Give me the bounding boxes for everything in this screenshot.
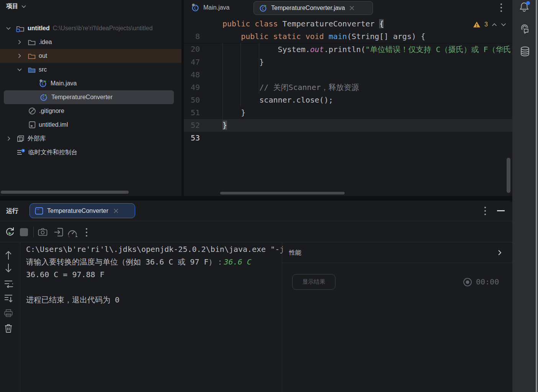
chevron-down-icon [21, 5, 26, 8]
tree-item-label: .gitignore [39, 108, 64, 114]
panel-splitter-horizontal[interactable] [0, 196, 512, 201]
database-icon[interactable] [519, 46, 531, 57]
tree-item-label: .idea [39, 39, 52, 46]
record-timer-icon [463, 278, 472, 287]
module-file-icon [29, 121, 36, 129]
soft-wrap-icon[interactable] [4, 279, 13, 288]
tree-item-label: TemperatureConverter [51, 94, 113, 101]
tree-item-gitignore[interactable]: .gitignore [0, 104, 182, 118]
scratches-icon [17, 149, 25, 156]
ignored-file-icon [28, 107, 36, 115]
inspections-widget[interactable]: 3 [473, 21, 506, 28]
tree-item-external-libraries[interactable]: 外部库 [0, 132, 182, 145]
chevron-down-icon [17, 68, 22, 71]
chevron-right-icon [18, 40, 21, 44]
prev-warning-icon[interactable] [492, 23, 497, 26]
tab-temperatureconverter-java[interactable]: C TemperatureConverter.java [253, 1, 373, 15]
tab-label: TemperatureConverter.java [271, 5, 345, 11]
project-folder-icon [16, 25, 25, 32]
console-exit-line: 进程已结束，退出代码为 0 [26, 294, 119, 306]
rerun-icon[interactable] [5, 227, 15, 238]
console-result-line: 36.60 C = 97.88 F [26, 268, 105, 281]
project-root-name: untitled [28, 25, 50, 32]
chevron-right-icon [7, 136, 10, 141]
close-icon[interactable] [114, 209, 118, 213]
run-tab-temperatureconverter[interactable]: TemperatureConverter [29, 203, 135, 218]
chevron-right-icon [18, 54, 21, 58]
more-kebab-icon[interactable] [500, 3, 502, 12]
bell-icon[interactable] [519, 1, 531, 13]
more-kebab-icon[interactable] [85, 227, 88, 237]
tree-item-root[interactable]: untitled C:\Users\b're'ri'l\IdeaProjects… [0, 21, 182, 35]
more-kebab-icon[interactable] [484, 206, 486, 216]
camera-icon[interactable] [38, 228, 47, 236]
tree-item-untitled-iml[interactable]: untitled.iml [0, 118, 182, 132]
show-results-button[interactable]: 显示结果 [292, 274, 335, 290]
attach-icon[interactable] [54, 228, 63, 237]
timer-value: 00:00 [476, 276, 499, 288]
folder-icon [28, 53, 36, 59]
svg-text:C: C [43, 96, 45, 100]
profiler-gauge-icon[interactable] [67, 228, 78, 237]
minimize-icon[interactable] [497, 210, 505, 211]
run-tab-label: TemperatureConverter [47, 207, 108, 214]
editor-area: C Main.java C TemperatureConverter.java … [184, 0, 512, 196]
tab-label: Main.java [203, 4, 229, 11]
console-window-icon [35, 207, 43, 215]
tree-item-main-java[interactable]: C Main.java [0, 77, 182, 90]
ai-assistant-icon[interactable] [519, 24, 531, 35]
project-root-path: C:\Users\b're'ri'l\IdeaProjects\untitled [53, 25, 153, 32]
tab-main-java[interactable]: C Main.java [191, 1, 229, 14]
project-tool-window: 项目 untitled C:\Users\b're'ri'l\IdeaProje… [0, 0, 182, 196]
trash-icon[interactable] [4, 324, 13, 333]
library-icon [17, 135, 25, 142]
project-panel-title: 项目 [6, 2, 18, 10]
scroll-to-end-icon[interactable] [4, 294, 13, 302]
svg-text:C: C [194, 6, 196, 10]
stop-icon [20, 228, 28, 236]
project-horizontal-scrollbar[interactable] [1, 191, 129, 194]
tree-item-src[interactable]: src [0, 63, 182, 77]
svg-text:C: C [262, 7, 264, 11]
print-icon[interactable] [4, 309, 13, 317]
arrow-up-icon[interactable] [5, 250, 12, 260]
java-class-icon: C [191, 3, 200, 12]
tree-item-scratches[interactable]: 临时文件和控制台 [0, 145, 182, 159]
folder-icon [28, 67, 36, 73]
window-edge-scrollbar[interactable] [536, 0, 537, 392]
tree-item-label: 外部库 [28, 135, 46, 143]
folder-icon [28, 39, 36, 46]
tree-item-label: untitled.iml [39, 121, 68, 128]
arrow-down-icon[interactable] [5, 263, 12, 273]
chevron-down-icon [6, 27, 11, 30]
next-warning-icon[interactable] [501, 23, 506, 26]
ide-window: 项目 untitled C:\Users\b're'ri'l\IdeaProje… [0, 0, 538, 392]
tree-item-out[interactable]: out [0, 49, 182, 63]
tree-item-label: 临时文件和控制台 [28, 149, 77, 157]
editor-vertical-scrollbar[interactable] [507, 158, 510, 193]
editor-horizontal-scrollbar[interactable] [220, 192, 345, 194]
warning-count: 3 [484, 21, 488, 28]
tree-item-idea[interactable]: .idea [0, 35, 182, 49]
project-panel-header[interactable]: 项目 [6, 2, 26, 10]
warning-icon [473, 21, 481, 28]
run-panel-title: 运行 [6, 207, 18, 215]
performance-panel: 性能 显示结果 00:00 [282, 242, 512, 392]
show-results-label: 显示结果 [303, 278, 325, 286]
tree-item-label: src [39, 66, 47, 73]
java-class-icon: C [40, 93, 48, 101]
console-user-input: 36.6 C [224, 257, 252, 266]
run-tool-window: 运行 TemperatureConverter [0, 201, 512, 392]
performance-title: 性能 [289, 249, 301, 257]
tree-item-label: Main.java [51, 80, 77, 87]
console-prompt-line: 请输入要转换的温度与单位（例如 36.6 C 或 97 F）：36.6 C [26, 256, 252, 268]
line-number: 53 [184, 132, 200, 144]
console-command-line: C:\Users\b're'ri'l\.jdks\openjdk-25.0.2\… [26, 243, 284, 256]
right-tool-strip [512, 0, 538, 392]
tree-item-label: out [39, 52, 47, 59]
close-icon[interactable] [350, 6, 354, 10]
chevron-right-icon[interactable] [498, 250, 502, 256]
sticky-lines: 8 public class TemperatureConverter { 20… [184, 18, 512, 44]
java-class-icon: C [39, 79, 47, 88]
java-class-icon: C [259, 4, 268, 12]
